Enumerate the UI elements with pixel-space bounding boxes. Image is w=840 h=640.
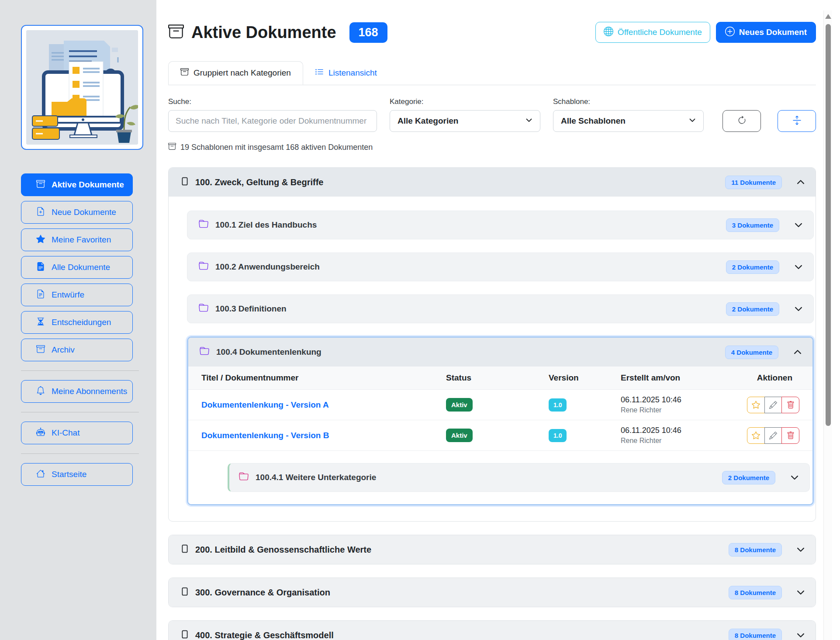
documents-table: Titel / Dokumentnummer Status Version Er… xyxy=(188,367,812,451)
category-filter-label: Kategorie: xyxy=(390,97,540,106)
expand-collapse-all-button[interactable] xyxy=(778,110,816,132)
search-input[interactable] xyxy=(168,110,377,132)
document-count-pill: 8 Dokumente xyxy=(729,629,782,640)
chevron-down-icon[interactable] xyxy=(796,545,805,554)
delete-button[interactable] xyxy=(781,427,799,444)
template-icon xyxy=(181,543,189,556)
category-section-300: 300. Governance & Organisation 8 Dokumen… xyxy=(168,578,816,607)
category-section-200: 200. Leitbild & Genossenschaftliche Wert… xyxy=(168,535,816,564)
tab-gruppiert-nach-kategorien[interactable]: Gruppiert nach Kategorien xyxy=(168,61,303,85)
document-count-pill: 8 Dokumente xyxy=(729,586,782,599)
sidebar-item-ki-chat[interactable]: KI-Chat xyxy=(21,422,133,444)
view-tabs: Gruppiert nach Kategorien Listenansicht xyxy=(168,61,816,85)
sidebar-item-label: Alle Dokumente xyxy=(52,263,110,272)
edit-button[interactable] xyxy=(764,397,782,413)
document-count-pill: 2 Dokumente xyxy=(722,471,775,484)
chevron-down-icon[interactable] xyxy=(796,631,805,640)
sidebar-item-neue-dokumente[interactable]: Neue Dokumente xyxy=(21,201,133,224)
document-count-badge: 168 xyxy=(349,22,387,43)
category-section-400: 400. Strategie & Geschäftsmodell 8 Dokum… xyxy=(168,620,816,640)
globe-icon xyxy=(604,27,613,38)
file-plus-icon xyxy=(36,207,45,218)
subcategory-row-100-1[interactable]: 100.1 Ziel des Handbuchs 3 Dokumente xyxy=(187,211,814,239)
sidebar-item-entwuerfe[interactable]: Entwürfe xyxy=(21,284,133,306)
document-row: Dokumentenlenkung - Version A Aktiv 1.0 … xyxy=(188,390,812,420)
sidebar-item-label: Aktive Dokumente xyxy=(52,180,124,190)
category-header-300[interactable]: 300. Governance & Organisation 8 Dokumen… xyxy=(169,578,816,607)
sidebar-item-label: Neue Dokumente xyxy=(52,208,116,217)
subcategory-row-100-4[interactable]: 100.4 Dokumentenlenkung 4 Dokumente xyxy=(188,338,812,367)
new-document-button[interactable]: Neues Dokument xyxy=(716,22,816,43)
category-header-400[interactable]: 400. Strategie & Geschäftsmodell 8 Dokum… xyxy=(169,621,816,640)
sidebar-item-meine-favoriten[interactable]: Meine Favoriten xyxy=(21,228,133,251)
row-actions xyxy=(747,397,799,413)
bell-icon xyxy=(36,386,45,397)
sidebar-item-meine-abonnements[interactable]: Meine Abonnements xyxy=(21,380,133,403)
sidebar-item-label: Entwürfe xyxy=(52,290,84,300)
sidebar-item-archiv[interactable]: Archiv xyxy=(21,339,133,361)
document-management-illustration xyxy=(26,30,138,145)
document-count-pill: 11 Dokumente xyxy=(725,176,782,189)
document-count-pill: 2 Dokumente xyxy=(726,260,779,274)
robot-icon xyxy=(36,428,45,439)
folder-icon xyxy=(199,303,208,315)
chevron-up-icon[interactable] xyxy=(793,348,802,356)
template-icon xyxy=(181,586,189,598)
archive-icon xyxy=(36,180,45,190)
created-date: 06.11.2025 10:46 xyxy=(621,426,736,435)
sidebar-item-aktive-dokumente[interactable]: Aktive Dokumente xyxy=(21,173,133,196)
sidebar-item-alle-dokumente[interactable]: Alle Dokumente xyxy=(21,256,133,279)
subcategory-expanded-100-4: 100.4 Dokumentenlenkung 4 Dokumente Tite… xyxy=(187,336,814,505)
sidebar-item-label: Startseite xyxy=(52,470,86,479)
archive-icon xyxy=(168,24,184,41)
category-select[interactable]: Alle Kategorien xyxy=(390,110,540,132)
vertical-scrollbar[interactable] xyxy=(823,10,832,640)
sidebar: Aktive Dokumente Neue Dokumente Meine Fa… xyxy=(0,0,156,640)
folder-icon xyxy=(199,219,208,231)
favorite-button[interactable] xyxy=(747,397,765,413)
chevron-down-icon[interactable] xyxy=(794,263,803,271)
page-header: Aktive Dokumente 168 Öffentliche Dokumen… xyxy=(168,22,816,43)
chevron-down-icon[interactable] xyxy=(794,221,803,229)
document-link[interactable]: Dokumentenlenkung - Version B xyxy=(201,431,446,440)
sidebar-divider xyxy=(21,412,139,412)
archive-icon xyxy=(168,142,176,152)
chevron-up-icon[interactable] xyxy=(796,178,805,187)
category-section-100: 100. Zweck, Geltung & Begriffe 11 Dokume… xyxy=(168,167,816,522)
edit-button[interactable] xyxy=(764,427,782,444)
delete-button[interactable] xyxy=(781,397,799,413)
subcategory-row-100-2[interactable]: 100.2 Anwendungsbereich 2 Dokumente xyxy=(187,253,814,281)
sidebar-item-startseite[interactable]: Startseite xyxy=(21,463,133,486)
chevron-down-icon[interactable] xyxy=(796,588,805,597)
category-header-200[interactable]: 200. Leitbild & Genossenschaftliche Wert… xyxy=(169,535,816,564)
template-select[interactable]: Alle Schablonen xyxy=(553,110,704,132)
scrollbar-thumb[interactable] xyxy=(826,24,831,426)
status-badge: Aktiv xyxy=(446,398,473,412)
folder-icon xyxy=(199,261,208,273)
subcategory-row-100-4-1[interactable]: 100.4.1 Weitere Unterkategorie 2 Dokumen… xyxy=(228,463,810,492)
chevron-down-icon[interactable] xyxy=(790,473,799,482)
hourglass-icon xyxy=(36,317,45,328)
arrows-expand-icon xyxy=(792,116,802,126)
sidebar-item-label: Archiv xyxy=(52,345,75,355)
sidebar-nav: Aktive Dokumente Neue Dokumente Meine Fa… xyxy=(21,173,156,361)
refresh-button[interactable] xyxy=(722,110,761,132)
category-header-100[interactable]: 100. Zweck, Geltung & Begriffe 11 Dokume… xyxy=(169,168,816,197)
subcategory-row-100-3[interactable]: 100.3 Definitionen 2 Dokumente xyxy=(187,294,814,323)
tab-listenansicht[interactable]: Listenansicht xyxy=(303,61,389,85)
scrollbar-up-arrow-icon[interactable] xyxy=(825,14,831,19)
document-link[interactable]: Dokumentenlenkung - Version A xyxy=(201,400,446,410)
sidebar-item-label: Meine Favoriten xyxy=(52,235,111,245)
file-draft-icon xyxy=(36,290,45,301)
folder-icon xyxy=(200,346,209,358)
sidebar-item-entscheidungen[interactable]: Entscheidungen xyxy=(21,311,133,334)
documents-table-header: Titel / Dokumentnummer Status Version Er… xyxy=(188,367,812,390)
list-icon xyxy=(315,68,324,79)
favorite-button[interactable] xyxy=(747,427,765,444)
sidebar-item-label: KI-Chat xyxy=(52,428,80,438)
chevron-down-icon[interactable] xyxy=(794,304,803,313)
document-count-pill: 4 Dokumente xyxy=(725,346,778,359)
row-actions xyxy=(747,427,799,444)
sidebar-item-label: Meine Abonnements xyxy=(52,387,127,396)
public-documents-button[interactable]: Öffentliche Dokumente xyxy=(595,22,710,43)
